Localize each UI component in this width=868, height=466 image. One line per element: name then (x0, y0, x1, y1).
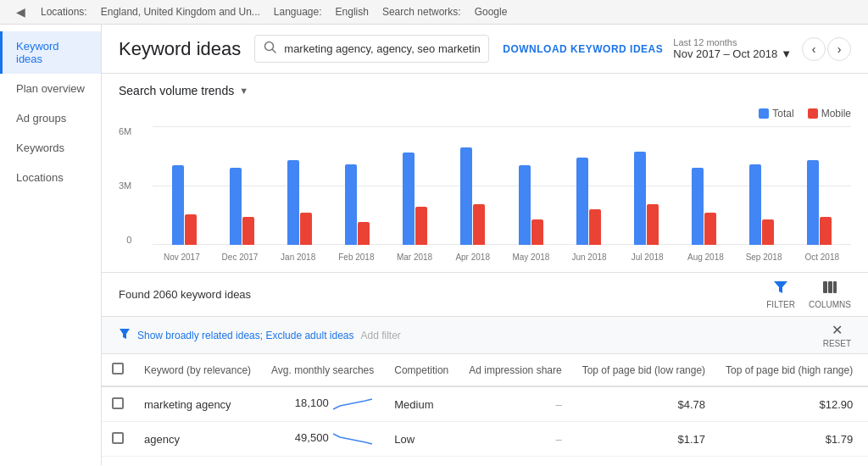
legend-mobile-label: Mobile (821, 108, 851, 119)
bar-total-9 (692, 168, 704, 245)
download-button[interactable]: DOWNLOAD KEYWORD IDEAS (503, 43, 663, 55)
columns-label: COLUMNS (809, 300, 851, 309)
x-label-7: Jun 2018 (560, 252, 619, 262)
row-checkbox-cell-0 (102, 386, 134, 422)
col-checkbox (102, 354, 134, 386)
prev-arrow[interactable]: ‹ (802, 37, 826, 61)
row-ad-impression-2: – (459, 457, 571, 466)
row-top-high-2: $22.90 (715, 457, 863, 466)
search-input[interactable] (284, 42, 480, 55)
x-label-3: Feb 2018 (327, 252, 386, 262)
row-account-status-0 (863, 386, 868, 422)
bar-group-4 (387, 153, 443, 245)
next-arrow[interactable]: › (827, 37, 851, 61)
bar-mobile-5 (473, 204, 485, 245)
bar-group-9 (676, 168, 732, 245)
active-filter-tag[interactable]: Show broadly related ideas; Exclude adul… (137, 330, 354, 341)
x-label-8: Jul 2018 (618, 252, 676, 262)
row-keyword-0: marketing agency (134, 386, 261, 422)
row-top-high-1: $1.79 (715, 422, 863, 457)
select-all-checkbox[interactable] (112, 363, 124, 374)
table-header-row: Keyword (by relevance) Avg. monthly sear… (102, 354, 868, 386)
location-value: England, United Kingdom and Un... (101, 6, 260, 18)
found-text: Found 2060 keyword ideas (119, 288, 251, 301)
filter-actions: FILTER COLUMNS (766, 280, 851, 309)
bar-mobile-3 (358, 222, 370, 245)
chart-section: Search volume trends ▼ Total Mobile 6M 3… (102, 74, 868, 273)
legend-mobile: Mobile (808, 108, 851, 119)
sidebar-item-ad-groups[interactable]: Ad groups (0, 103, 101, 133)
add-filter-button[interactable]: Add filter (361, 330, 401, 341)
bar-group-5 (445, 147, 501, 245)
row-competition-1: Low (384, 422, 459, 457)
bar-total-7 (576, 158, 588, 245)
row-top-low-2: $10.82 (572, 457, 715, 466)
row-checkbox-0[interactable] (112, 397, 124, 409)
bar-mobile-2 (300, 213, 312, 245)
network-value: Google (475, 6, 508, 18)
search-icon (264, 41, 277, 57)
svg-rect-5 (833, 281, 837, 293)
row-competition-2: Medium (384, 457, 459, 466)
row-top-low-0: $4.78 (572, 386, 715, 422)
filter-section: Found 2060 keyword ideas FILTER (102, 273, 868, 317)
y-label-3m: 3M (119, 180, 135, 191)
main-content: Keyword ideas DOWNLOAD KEYWORD IDEAS Las… (102, 25, 868, 465)
sidebar-item-locations[interactable]: Locations (0, 163, 101, 192)
row-avg-searches-1: 49,500 (261, 422, 384, 457)
results-table: Keyword (by relevance) Avg. monthly sear… (102, 354, 868, 465)
bar-group-2 (271, 160, 327, 245)
sidebar-item-keyword-ideas[interactable]: Keyword ideas (0, 31, 101, 74)
bar-mobile-4 (415, 207, 427, 245)
bar-total-6 (519, 165, 531, 245)
x-label-1: Dec 2017 (211, 252, 270, 262)
x-label-9: Aug 2018 (676, 252, 735, 262)
bar-mobile-10 (762, 219, 774, 245)
svg-rect-4 (828, 281, 832, 293)
x-label-2: Jan 2018 (269, 252, 327, 262)
bar-mobile-1 (242, 217, 254, 245)
col-top-low: Top of page bid (low range) (572, 354, 715, 386)
row-account-status-1: In Account (863, 422, 868, 457)
bar-total-3 (345, 164, 357, 245)
bar-total-2 (287, 160, 299, 245)
svg-rect-3 (823, 281, 827, 293)
bar-mobile-9 (704, 213, 716, 245)
columns-button[interactable]: COLUMNS (809, 280, 851, 309)
legend-total: Total (759, 108, 793, 119)
row-avg-searches-0: 18,100 (261, 386, 384, 422)
row-top-high-0: $12.90 (715, 386, 863, 422)
chart-dropdown-icon[interactable]: ▼ (239, 86, 248, 96)
columns-icon (822, 280, 837, 298)
svg-marker-2 (774, 281, 787, 293)
sidebar-item-keywords[interactable]: Keywords (0, 133, 101, 163)
bar-group-1 (214, 168, 270, 245)
bar-total-4 (403, 153, 415, 245)
collapse-icon[interactable]: ◀ (14, 5, 27, 19)
bar-total-0 (172, 165, 184, 245)
x-label-10: Sep 2018 (735, 252, 793, 262)
sidebar: Keyword ideasPlan overviewAd groupsKeywo… (0, 25, 102, 465)
bar-group-6 (503, 165, 559, 245)
bar-group-11 (792, 160, 848, 245)
x-label-6: May 2018 (502, 252, 560, 262)
location-label: Locations: (41, 6, 87, 18)
chart-title: Search volume trends (119, 84, 234, 97)
bar-total-1 (230, 168, 242, 245)
x-label-4: Mar 2018 (386, 252, 444, 262)
filter-button[interactable]: FILTER (766, 280, 795, 309)
date-range-dropdown-icon[interactable]: ▼ (781, 47, 792, 60)
x-label-11: Oct 2018 (793, 252, 851, 262)
row-search-count-1: 49,500 (295, 431, 329, 444)
bars-row (153, 126, 851, 245)
reset-button[interactable]: ✕ RESET (823, 322, 851, 348)
col-avg-searches: Avg. monthly searches (261, 354, 384, 386)
row-competition-0: Medium (384, 386, 459, 422)
bar-chart: 6M 3M 0 Nov 2017Dec 2017Jan 2018Feb 2018… (119, 126, 851, 262)
row-top-low-1: $1.17 (572, 422, 715, 457)
row-checkbox-1[interactable] (112, 432, 124, 444)
col-keyword: Keyword (by relevance) (134, 354, 261, 386)
bar-total-11 (807, 160, 819, 245)
col-ad-impression: Ad impression share (459, 354, 571, 386)
sidebar-item-plan-overview[interactable]: Plan overview (0, 74, 101, 103)
